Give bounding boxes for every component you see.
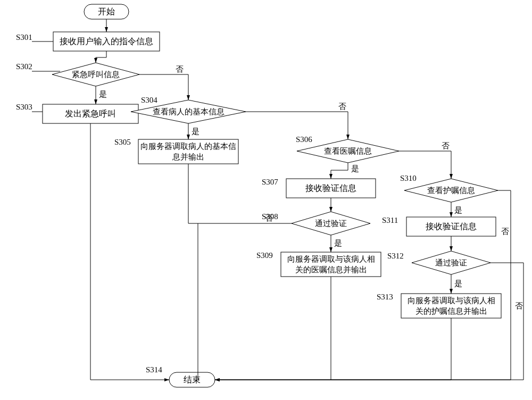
yes-s310: 是 [454,206,462,214]
edge-s305-down [188,164,198,223]
s310-text: 查看护嘱信息 [427,186,475,195]
edge-s306-s307 [331,163,348,179]
edge-s312-no-end [215,263,523,380]
label-s301: S301 [16,33,32,41]
label-s309: S309 [256,251,273,260]
node-s305: 向服务器调取病人的基本信 息并输出 [138,139,238,164]
s311-text: 接收验证信息 [426,222,477,231]
label-s306: S306 [296,135,312,144]
s313-text-l1: 向服务器调取与该病人相 [408,296,495,305]
no-s308: 否 [265,214,273,222]
node-s311: 接收验证信息 [406,217,496,236]
s307-text: 接收验证信息 [305,184,356,193]
s306-text: 查看医嘱信息 [324,147,372,155]
label-s312: S312 [387,252,404,260]
node-s308: 通过验证 [292,212,370,235]
yes-s302: 是 [99,90,107,98]
flowchart-canvas: 开始 接收用户输入的指令信息 S301 紧急呼叫信息 S302 发出紧急呼叫 S… [0,0,532,400]
node-s313: 向服务器调取与该病人相 关的护嘱信息并输出 [401,294,501,318]
label-s313: S313 [377,293,393,301]
node-s310: 查看护嘱信息 [404,179,498,202]
node-s309: 向服务器调取与该病人相 关的医嘱信息并输出 [281,252,381,277]
node-end: 结束 [169,372,215,387]
s303-text: 发出紧急呼叫 [65,109,116,118]
label-s311: S311 [382,216,398,224]
label-s302: S302 [16,62,32,71]
node-s303: 发出紧急呼叫 [43,104,138,123]
no-s304: 否 [338,102,346,111]
label-s303: S303 [16,103,32,111]
s313-text-l2: 关的护嘱信息并输出 [415,307,487,315]
s305-text-l2: 息并输出 [172,153,204,161]
node-s307: 接收验证信息 [286,179,376,198]
label-s310: S310 [400,174,417,182]
start-label: 开始 [98,7,115,16]
no-s306: 否 [442,141,450,150]
s309-text-l1: 向服务器调取与该病人相 [287,255,375,263]
node-s312: 通过验证 [412,251,491,274]
s308-text: 通过验证 [315,219,347,228]
label-s314: S314 [146,365,162,374]
no-s310: 否 [501,227,509,236]
s301-text: 接收用户输入的指令信息 [60,37,153,46]
label-s305: S305 [114,138,131,146]
s302-text: 紧急呼叫信息 [72,70,120,79]
s312-text: 通过验证 [435,259,467,267]
label-s304: S304 [141,96,157,104]
s304-text: 查看病人的基本信息 [153,107,225,116]
node-start: 开始 [84,4,129,19]
yes-s312: 是 [454,279,462,288]
yes-s304: 是 [192,127,200,136]
yes-s308: 是 [334,239,342,247]
node-s301: 接收用户输入的指令信息 [53,32,160,51]
no-s302: 否 [176,65,184,73]
edge-s301-s302 [96,51,106,63]
node-s302: 紧急呼叫信息 [52,63,139,86]
s305-text-l1: 向服务器调取病人的基本信 [140,142,236,151]
label-s307: S307 [262,178,278,186]
no-s312: 否 [515,302,523,310]
yes-s306: 是 [351,164,359,173]
s309-text-l2: 关的医嘱信息并输出 [295,265,367,274]
